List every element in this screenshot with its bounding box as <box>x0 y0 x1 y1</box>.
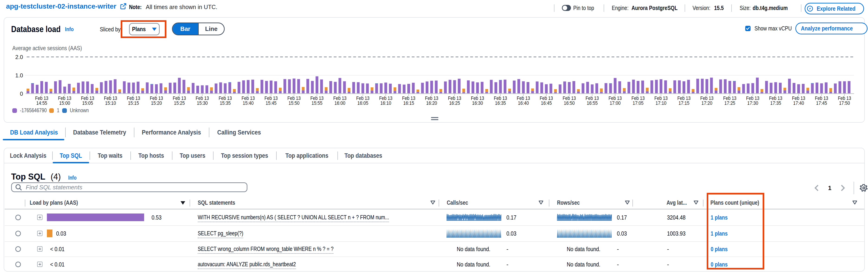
chart-bar-segment <box>724 79 727 93</box>
chart-bar-segment <box>421 83 424 93</box>
x-tick-label-time: 16:40 <box>518 100 529 106</box>
chart-bar-segment <box>550 84 552 93</box>
column-header-6[interactable]: Plans count (unique) <box>710 199 768 206</box>
chart-bar-segment <box>696 79 699 93</box>
top-sql-title: Top SQL <box>11 170 45 183</box>
size-label: Size: <box>740 5 750 11</box>
resize-handle[interactable] <box>431 117 438 120</box>
chart-bar-segment <box>279 91 282 93</box>
row-expand-button[interactable] <box>37 246 42 252</box>
tab-calling-services[interactable]: Calling Services <box>209 127 269 138</box>
subtab-top-sql[interactable]: Top SQL <box>52 150 90 161</box>
previous-page-icon[interactable] <box>812 183 822 193</box>
plans-count-link[interactable]: 0 plans <box>711 261 731 268</box>
database-load-panel: Database load Info Sliced by Plans Bar L… <box>4 17 865 123</box>
subtab-top-applications[interactable]: Top applications <box>276 150 337 161</box>
chart-bar-segment <box>95 88 98 90</box>
sql-statement-link[interactable]: SELECT wrong_column FROM wrong_table WHE… <box>198 245 367 254</box>
version-label: Version: <box>692 5 710 11</box>
chart-bar-segment <box>765 81 768 93</box>
chart-bar-segment <box>847 81 850 93</box>
chart-bar-segment <box>384 82 387 93</box>
tab-database-telemetry[interactable]: Database Telemetry <box>65 127 134 138</box>
chart-bar-segment <box>105 81 107 93</box>
row-radio-button[interactable] <box>15 261 21 267</box>
plans-count-link[interactable]: 1 plans <box>711 214 731 221</box>
chart-bar-segment <box>655 80 658 93</box>
x-tick-label-time: 15:10 <box>105 100 116 106</box>
column-header-4[interactable]: Rows/sec <box>557 199 584 206</box>
tab-db-load-analysis[interactable]: DB Load Analysis <box>3 127 65 138</box>
chart-bar-segment <box>715 88 717 90</box>
filter-icon[interactable] <box>693 200 699 206</box>
column-header-1[interactable]: Load by plans (AAS) <box>30 199 86 206</box>
avg-latency-value: 3204.48 <box>667 214 689 221</box>
row-radio-button[interactable] <box>15 231 21 236</box>
subtab-lock-analysis[interactable]: Lock Analysis <box>4 150 52 161</box>
page-number[interactable]: 1 <box>828 185 831 192</box>
row-expand-button[interactable] <box>37 231 42 236</box>
legend-item[interactable]: -1765646790 <box>12 107 52 114</box>
chart-bar-segment <box>554 92 557 93</box>
filter-icon[interactable] <box>625 200 630 206</box>
subtab-divider <box>52 151 53 160</box>
plans-count-link[interactable]: 0 plans <box>711 246 731 252</box>
subtab-top-waits[interactable]: Top waits <box>90 150 130 161</box>
x-tick-label-time: 15:50 <box>288 100 300 106</box>
subtab-top-session-types[interactable]: Top session types <box>213 150 276 161</box>
chart-bar-segment <box>706 79 708 93</box>
chart-bar-segment <box>618 81 621 93</box>
chart-bar-segment <box>811 83 814 93</box>
legend-item[interactable]: 1 <box>49 107 60 114</box>
column-header-5[interactable]: Avg lat... <box>666 199 690 206</box>
db-load-chart[interactable]: Average active sessions (AAS)01.02.0Feb … <box>4 18 865 106</box>
x-tick-label-time: 16:55 <box>587 100 598 106</box>
sort-descending-icon[interactable] <box>181 201 185 205</box>
column-header-2[interactable]: SQL statements <box>198 199 242 206</box>
version-value: 15.5 <box>714 5 724 11</box>
chart-bar-segment <box>40 81 43 93</box>
chart-bar-segment <box>783 88 786 90</box>
pin-to-top-toggle[interactable] <box>562 5 571 11</box>
explore-related-button[interactable]: Explore Related <box>805 3 864 15</box>
rows-per-sec-empty: - <box>617 261 619 268</box>
row-expand-button[interactable] <box>37 215 42 220</box>
sql-statement-link[interactable]: WITH RECURSIVE numbers(n) AS ( SELECT ? … <box>198 214 437 222</box>
subtab-top-databases[interactable]: Top databases <box>337 150 390 161</box>
subtab-top-hosts[interactable]: Top hosts <box>130 150 172 161</box>
load-value: 0.53 <box>152 214 163 221</box>
subtab-top-users[interactable]: Top users <box>172 150 213 161</box>
sql-search-input[interactable]: Find SQL statements <box>11 183 247 192</box>
sql-statement-link[interactable]: autovacuum: ANALYZE public.rds_heartbeat… <box>198 261 320 269</box>
chart-bar-segment <box>517 79 520 93</box>
chart-bar-segment <box>829 92 832 93</box>
chart-bar-segment <box>224 83 226 93</box>
chart-bar-segment <box>334 82 337 93</box>
top-sql-count: (4) <box>51 170 61 183</box>
search-icon <box>14 183 23 191</box>
sql-statement-link[interactable]: SELECT pg_sleep(?) <box>198 230 255 238</box>
x-tick-label-time: 15:20 <box>151 100 162 106</box>
chart-bar-segment <box>288 79 291 93</box>
active-tab-underline <box>3 139 64 140</box>
chart-bar-segment <box>247 80 249 93</box>
row-radio-button[interactable] <box>15 215 21 220</box>
chart-bar-segment <box>114 79 117 93</box>
row-expand-button[interactable] <box>37 261 42 267</box>
chart-bar-segment <box>50 91 52 93</box>
legend-label: Unknown <box>70 107 89 114</box>
plans-count-link[interactable]: 1 plans <box>711 230 731 237</box>
tab-performance-analysis[interactable]: Performance Analysis <box>134 127 209 138</box>
chart-bar-segment <box>31 83 34 84</box>
settings-gear-icon[interactable] <box>859 183 868 193</box>
x-tick-label-time: 15:05 <box>82 100 93 106</box>
row-radio-button[interactable] <box>15 246 21 252</box>
legend-item[interactable]: Unknown <box>62 107 92 114</box>
filter-icon[interactable] <box>852 200 857 206</box>
chart-bar-segment <box>127 82 130 93</box>
column-header-3[interactable]: Calls/sec <box>447 199 472 206</box>
filter-icon[interactable] <box>538 200 544 206</box>
chart-bar-segment <box>210 91 213 93</box>
filter-icon[interactable] <box>430 200 435 206</box>
next-page-icon[interactable] <box>837 183 847 193</box>
